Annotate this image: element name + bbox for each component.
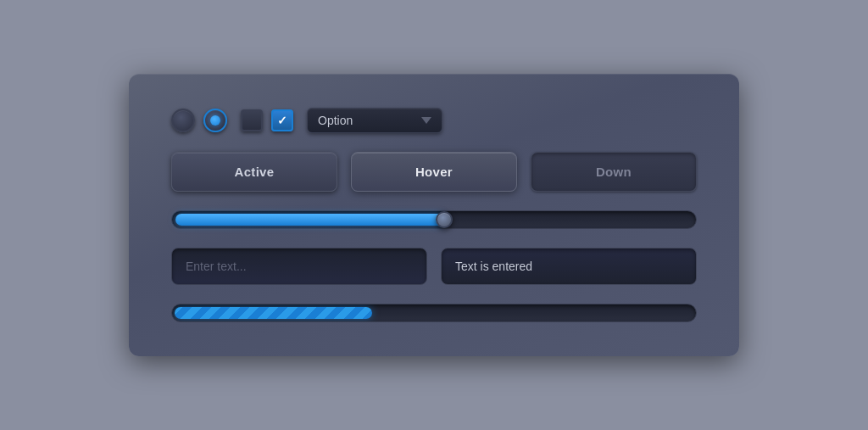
checkbox-unchecked[interactable]	[241, 109, 263, 131]
radio-group	[171, 109, 227, 132]
progress-fill	[175, 307, 372, 319]
radio-unselected[interactable]	[171, 109, 195, 132]
slider-track[interactable]	[171, 210, 697, 229]
radio-selected[interactable]	[203, 109, 227, 132]
placeholder-input[interactable]	[171, 248, 427, 285]
buttons-row: Active Hover Down	[171, 152, 697, 192]
checkbox-checked[interactable]	[271, 109, 293, 131]
chevron-down-icon	[421, 117, 431, 124]
ui-panel: Option Active Hover Down	[129, 74, 739, 356]
checkbox-group	[241, 109, 293, 131]
slider-row	[171, 210, 697, 229]
controls-row-1: Option	[171, 108, 697, 133]
filled-input[interactable]	[441, 248, 697, 285]
inputs-row	[171, 248, 697, 285]
slider-thumb[interactable]	[436, 211, 453, 228]
down-button[interactable]: Down	[531, 152, 697, 192]
dropdown[interactable]: Option	[307, 108, 442, 133]
slider-fill	[175, 214, 444, 226]
progress-row	[171, 304, 697, 322]
dropdown-label: Option	[318, 114, 353, 127]
progress-track	[171, 304, 697, 322]
active-button[interactable]: Active	[171, 152, 337, 192]
hover-button[interactable]: Hover	[351, 152, 517, 192]
